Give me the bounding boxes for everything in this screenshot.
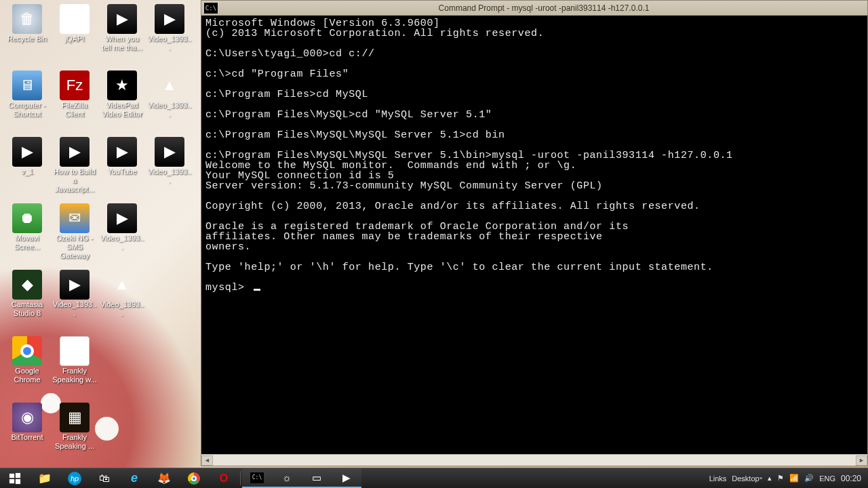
- computer-icon: 🖥: [12, 70, 42, 100]
- desktop-icon-youtube[interactable]: ▶YouTube: [99, 137, 145, 202]
- desktop-icon-label: Recycle Bin: [7, 35, 47, 43]
- taskbar-start-button[interactable]: [0, 468, 30, 488]
- network-icon[interactable]: 📶: [789, 474, 799, 483]
- desktop-icon-label: jQAPI: [65, 35, 85, 43]
- desktop-icon-label: Video_1393...: [147, 101, 192, 119]
- desktop-icon-v1[interactable]: ▶v_1: [4, 137, 50, 202]
- desktop-icon-howto[interactable]: ▶How to Build a Javascript...: [52, 137, 98, 202]
- taskbar-app2[interactable]: ☼: [272, 468, 302, 488]
- desktop-icon-movavi[interactable]: ⏺Movavi Scree...: [4, 203, 50, 268]
- taskbar-explorer-button[interactable]: 📁: [30, 468, 60, 488]
- desktop-icon-label: BitTorrent: [11, 433, 43, 442]
- v1-icon: ▶: [12, 137, 42, 167]
- desktop-icon-video-6[interactable]: ▲Video_1393...: [99, 270, 145, 335]
- language-indicator[interactable]: ENG: [819, 474, 835, 483]
- desktop: 🗑Recycle BinjQjQAPI▶When you tell me tha…: [0, 0, 197, 468]
- desktop-icon-label: VideoPad Video Editor: [100, 101, 144, 119]
- filezilla-icon: Fz: [60, 70, 90, 100]
- desktop-icon-label: Video_1393...: [100, 234, 144, 251]
- cmd-output[interactable]: Microsoft Windows [Version 6.3.9600] (c)…: [201, 16, 867, 454]
- ozeki-icon: ✉: [60, 203, 90, 233]
- links-toolbar[interactable]: Links: [709, 474, 727, 483]
- recycle-bin-icon: 🗑: [12, 4, 42, 34]
- videopad-icon: ★: [107, 70, 137, 100]
- desktop-icon-computer[interactable]: 🖥Computer - Shortcut: [4, 70, 50, 136]
- desktop-icon-label: When you tell me tha...: [100, 35, 144, 52]
- video-1-icon: ▶: [155, 4, 184, 34]
- video-5-icon: ▶: [60, 270, 90, 300]
- taskbar-ie-button[interactable]: e: [119, 468, 149, 488]
- action-center-icon[interactable]: ⚑: [777, 474, 784, 483]
- svg-rect-0: [9, 473, 14, 477]
- desktop-icon-label: Video_1393...: [52, 300, 97, 318]
- scroll-right-button[interactable]: ►: [856, 455, 867, 466]
- desktop-icon-frankly1[interactable]: Frankly Speaking w...: [52, 336, 98, 401]
- taskbar: 📁hp🛍e🦊O C:\☼▭▶ Links Desktop » ▴ ⚑ 📶 🔊 E…: [0, 468, 868, 488]
- desktop-icon-frankly2[interactable]: ▦Frankly Speaking ...: [52, 403, 98, 468]
- desktop-icon-video-4[interactable]: ▶Video_1393...: [99, 203, 145, 268]
- svg-rect-1: [16, 472, 20, 477]
- desktop-icon-bittorrent[interactable]: ◉BitTorrent: [4, 403, 50, 468]
- desktop-icon-when-you[interactable]: ▶When you tell me tha...: [99, 4, 145, 69]
- chrome-icon: [12, 336, 42, 366]
- taskbar-firefox-button[interactable]: 🦊: [149, 468, 179, 488]
- jqapi-icon: jQ: [60, 4, 90, 34]
- cursor-icon: [254, 289, 260, 291]
- desktop-icon-video-2[interactable]: ▲Video_1393...: [146, 70, 193, 136]
- taskbar-chrome-tb-button[interactable]: [179, 468, 209, 488]
- camtasia-icon: ◆: [12, 270, 42, 300]
- desktop-icon-label: Video_1393...: [100, 300, 144, 318]
- volume-icon[interactable]: 🔊: [804, 474, 814, 483]
- desktop-icon-chrome[interactable]: Google Chrome: [4, 336, 50, 401]
- video-3-icon: ▶: [155, 137, 184, 167]
- desktop-icon-video-1[interactable]: ▶Video_1393...: [146, 4, 193, 69]
- desktop-icon-label: Frankly Speaking ...: [52, 433, 97, 451]
- cmd-window-title: Command Prompt - mysql -uroot -panil3931…: [220, 3, 867, 13]
- desktop-icon-camtasia[interactable]: ◆Camtasia Studio 8: [4, 270, 50, 335]
- tray-overflow-icon[interactable]: ▴: [768, 474, 772, 483]
- howto-icon: ▶: [60, 137, 90, 167]
- taskbar-store-button[interactable]: 🛍: [90, 468, 119, 488]
- frankly1-icon: [60, 336, 90, 366]
- desktop-icon-label: Camtasia Studio 8: [5, 300, 50, 318]
- desktop-icon-label: Video_1393...: [147, 167, 192, 185]
- desktop-icon-video-3[interactable]: ▶Video_1393...: [146, 137, 193, 202]
- frankly2-icon: ▦: [60, 403, 90, 432]
- taskbar-app3[interactable]: ▭: [302, 468, 332, 488]
- when-you-icon: ▶: [107, 4, 137, 34]
- show-desktop-toolbar[interactable]: Desktop »: [732, 474, 762, 483]
- taskbar-cmd-task[interactable]: C:\: [242, 468, 272, 488]
- command-prompt-window[interactable]: C:\ Command Prompt - mysql -uroot -panil…: [201, 0, 868, 466]
- scroll-track[interactable]: [213, 455, 856, 466]
- system-tray: Links Desktop » ▴ ⚑ 📶 🔊 ENG 00:20: [703, 468, 868, 488]
- desktop-icon-jqapi[interactable]: jQjQAPI: [52, 4, 98, 69]
- desktop-icon-videopad[interactable]: ★VideoPad Video Editor: [99, 70, 145, 136]
- desktop-icon-label: Frankly Speaking w...: [52, 367, 97, 384]
- desktop-icon-ozeki[interactable]: ✉Ozeki NG - SMS Gateway: [52, 203, 98, 268]
- cmd-titlebar[interactable]: C:\ Command Prompt - mysql -uroot -panil…: [201, 1, 867, 16]
- taskbar-app4[interactable]: ▶: [332, 468, 361, 488]
- desktop-icon-label: Movavi Scree...: [5, 234, 50, 251]
- desktop-icon-label: YouTube: [107, 167, 136, 176]
- desktop-icon-filezilla[interactable]: FzFileZilla Client: [52, 70, 98, 136]
- horizontal-scrollbar[interactable]: ◄ ►: [201, 454, 867, 466]
- cmd-system-menu-icon[interactable]: C:\: [204, 3, 218, 14]
- taskbar-oracle-button[interactable]: O: [209, 468, 239, 488]
- bittorrent-icon: ◉: [12, 403, 42, 432]
- video-6-icon: ▲: [107, 270, 137, 300]
- svg-rect-2: [9, 479, 14, 483]
- youtube-icon: ▶: [107, 137, 137, 167]
- scroll-left-button[interactable]: ◄: [201, 455, 213, 466]
- mysql-prompt: mysql>: [205, 282, 251, 293]
- desktop-icon-label: Google Chrome: [5, 367, 50, 384]
- desktop-icon-video-5[interactable]: ▶Video_1393...: [52, 270, 98, 335]
- desktop-icon-recycle-bin[interactable]: 🗑Recycle Bin: [4, 4, 50, 69]
- desktop-icon-label: Ozeki NG - SMS Gateway: [52, 234, 97, 260]
- svg-rect-3: [16, 479, 20, 483]
- video-4-icon: ▶: [107, 203, 137, 233]
- desktop-icon-label: How to Build a Javascript...: [52, 167, 97, 194]
- taskbar-hp-button[interactable]: hp: [60, 468, 90, 488]
- movavi-icon: ⏺: [12, 203, 42, 233]
- clock[interactable]: 00:20: [841, 474, 861, 483]
- desktop-icon-label: v_1: [21, 167, 33, 176]
